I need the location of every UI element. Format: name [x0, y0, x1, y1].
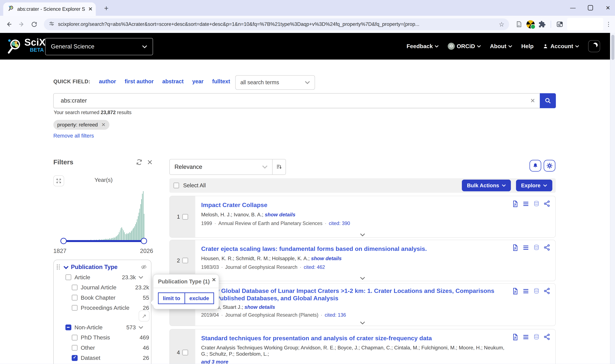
- fulltext-icon[interactable]: [512, 244, 519, 251]
- dark-mode-toggle[interactable]: [588, 40, 600, 52]
- data-icon[interactable]: [533, 333, 540, 341]
- browser-menu-icon[interactable]: ⋮: [605, 23, 611, 25]
- cited-link[interactable]: cited: 136: [325, 312, 346, 318]
- sort-select[interactable]: Relevance: [169, 159, 273, 175]
- search-terms-select[interactable]: all search terms: [235, 75, 315, 90]
- scix-logo[interactable]: SciX BETA: [5, 38, 45, 54]
- facet-row-dataset[interactable]: Dataset 26: [54, 353, 151, 363]
- checkbox-proceedings-article[interactable]: [72, 305, 78, 311]
- profile-area[interactable]: [567, 18, 603, 30]
- abstract-icon[interactable]: [522, 244, 530, 251]
- facet-row-book-chapter[interactable]: Book Chapter 55: [54, 293, 151, 303]
- collection-select[interactable]: General Science: [45, 38, 153, 55]
- result-title-link[interactable]: Crater ejecta scaling laws: fundamental …: [201, 245, 508, 252]
- close-window-icon[interactable]: ✕: [605, 5, 611, 11]
- checkbox-other[interactable]: [72, 345, 78, 351]
- facet-row-proceedings-article[interactable]: Proceedings Article 26: [54, 303, 151, 313]
- fulltext-icon[interactable]: [512, 200, 519, 208]
- extensions-puzzle-icon[interactable]: [537, 19, 547, 29]
- result-checkbox[interactable]: [182, 258, 188, 263]
- year-slider-track[interactable]: [63, 240, 144, 242]
- expand-result-chevron[interactable]: [360, 277, 365, 280]
- quick-field-year[interactable]: year: [192, 78, 203, 85]
- checkbox-article[interactable]: [65, 274, 71, 280]
- bookmark-star-icon[interactable]: ☆: [499, 21, 504, 28]
- data-icon[interactable]: [533, 244, 540, 251]
- bulk-actions-button[interactable]: Bulk Actions: [462, 180, 511, 191]
- page-scrollbar[interactable]: [610, 33, 615, 364]
- expand-result-chevron[interactable]: [360, 233, 365, 236]
- forward-icon[interactable]: [16, 19, 27, 29]
- search-button[interactable]: [540, 93, 556, 108]
- page-scrollbar-thumb[interactable]: [611, 35, 615, 60]
- open-facet-modal-button[interactable]: ↗: [139, 311, 149, 321]
- data-icon[interactable]: [533, 287, 540, 295]
- tab-close-icon[interactable]: ✕: [88, 6, 93, 12]
- collapse-chevron-icon[interactable]: [63, 263, 69, 271]
- chip-remove-icon[interactable]: ✕: [101, 122, 106, 128]
- side-panel-search-icon[interactable]: [555, 19, 565, 29]
- checkbox-non-article[interactable]: [65, 325, 71, 330]
- filter-chip-refereed[interactable]: property: refereed ✕: [53, 120, 110, 130]
- drag-handle-icon[interactable]: [57, 264, 60, 270]
- reading-list-icon[interactable]: [514, 19, 524, 29]
- nav-feedback[interactable]: Feedback: [406, 43, 439, 50]
- back-icon[interactable]: [4, 19, 14, 29]
- fulltext-icon[interactable]: [512, 287, 519, 295]
- facet-row-article[interactable]: Article 23.3k: [54, 272, 151, 282]
- abstract-icon[interactable]: [522, 333, 530, 341]
- popup-close-icon[interactable]: ✕: [212, 277, 216, 283]
- share-icon[interactable]: [543, 200, 550, 208]
- cited-link[interactable]: cited: 462: [304, 264, 325, 270]
- years-histogram[interactable]: [59, 191, 144, 241]
- reload-icon[interactable]: [29, 19, 39, 29]
- nav-account[interactable]: Account: [543, 43, 579, 50]
- chevron-down-icon[interactable]: [139, 326, 143, 329]
- remove-all-filters-link[interactable]: Remove all filters: [53, 133, 94, 139]
- fulltext-icon[interactable]: [512, 333, 519, 341]
- quick-field-author[interactable]: author: [99, 78, 116, 85]
- browser-tab[interactable]: abs:crater - Science Explorer Se ✕: [3, 2, 96, 16]
- quick-field-first-author[interactable]: first author: [125, 78, 154, 85]
- close-filters-icon[interactable]: [147, 159, 153, 165]
- url-text[interactable]: scixplorer.org/search?q=abs%3Acrater&sor…: [58, 21, 495, 27]
- data-icon[interactable]: [533, 200, 540, 208]
- quick-field-abstract[interactable]: abstract: [162, 78, 184, 85]
- minimize-icon[interactable]: —: [570, 5, 576, 11]
- result-checkbox[interactable]: [182, 214, 188, 220]
- exclude-button[interactable]: exclude: [185, 292, 214, 304]
- site-settings-icon[interactable]: [49, 21, 55, 28]
- show-details-link[interactable]: show details: [311, 256, 342, 261]
- facet-row-journal-article[interactable]: Journal Article 23.2k: [54, 282, 151, 292]
- nav-help[interactable]: Help: [521, 43, 534, 50]
- chevron-down-icon[interactable]: [139, 276, 143, 279]
- abstract-icon[interactable]: [522, 200, 530, 208]
- and-more-link[interactable]: and 3 more: [201, 359, 228, 364]
- show-details-link[interactable]: show details: [265, 212, 295, 218]
- result-title-link[interactable]: Standard techniques for presentation and…: [201, 335, 508, 342]
- result-title-link[interactable]: Impact Crater Collapse: [201, 201, 508, 209]
- result-checkbox[interactable]: [182, 350, 188, 355]
- new-tab-button[interactable]: +: [101, 4, 111, 13]
- settings-button[interactable]: [544, 160, 555, 171]
- expand-result-chevron[interactable]: [360, 321, 365, 325]
- url-bar[interactable]: scixplorer.org/search?q=abs%3Acrater&sor…: [44, 18, 509, 30]
- checkbox-journal-article[interactable]: [72, 285, 78, 290]
- refresh-filters-icon[interactable]: [136, 158, 143, 166]
- cited-link[interactable]: cited: 390: [329, 221, 350, 226]
- create-alert-button[interactable]: [530, 160, 541, 171]
- share-icon[interactable]: [543, 244, 550, 251]
- quick-field-fulltext[interactable]: fulltext: [212, 78, 230, 85]
- search-input[interactable]: [54, 97, 526, 104]
- nav-orcid[interactable]: iDORCiD: [448, 43, 481, 50]
- extension-avatar-icon[interactable]: [526, 20, 535, 28]
- facet-row-non-article[interactable]: Non-Article 573: [54, 322, 151, 332]
- checkbox-book-chapter[interactable]: [72, 295, 78, 301]
- restore-icon[interactable]: [588, 5, 593, 11]
- share-icon[interactable]: [543, 287, 550, 295]
- hide-facet-icon[interactable]: [140, 264, 147, 270]
- sort-direction-button[interactable]: [273, 159, 286, 175]
- explore-button[interactable]: Explore: [516, 180, 552, 191]
- checkbox-phd-thesis[interactable]: [72, 335, 78, 340]
- limit-to-button[interactable]: limit to: [158, 292, 185, 304]
